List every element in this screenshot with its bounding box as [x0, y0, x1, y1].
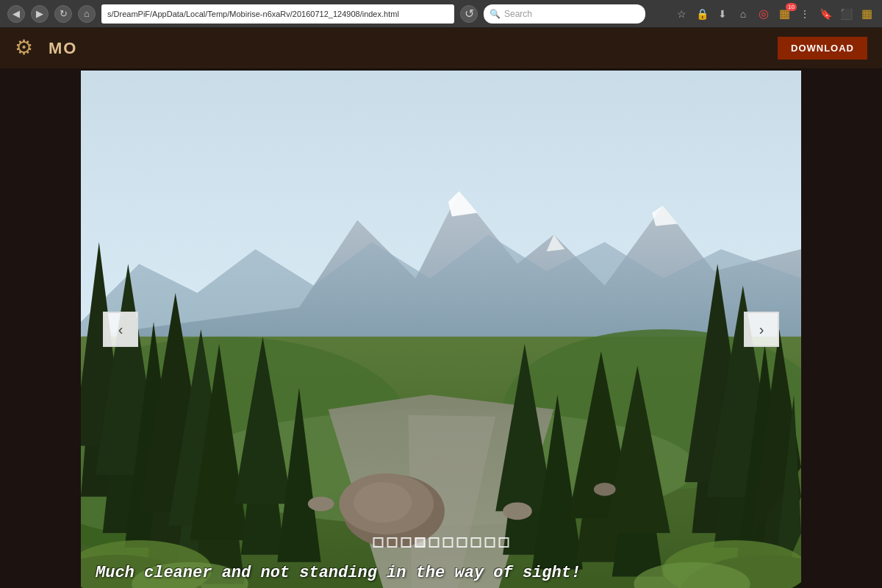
reload-button[interactable]: ↺	[460, 5, 478, 23]
browser-address-bar: ◀ ▶ ↻ ⌂ s/DreamPiF/AppData/Local/Temp/Mo…	[0, 0, 882, 28]
prev-icon: ‹	[118, 321, 123, 338]
search-placeholder-text: Search	[504, 9, 532, 19]
home-button[interactable]: ⌂	[78, 5, 96, 23]
dot-3[interactable]	[401, 537, 412, 548]
menu-icon[interactable]: ⋮	[797, 6, 813, 22]
search-field[interactable]: 🔍 Search	[484, 4, 645, 24]
slide-caption: Much cleaner and not standing in the way…	[96, 564, 786, 582]
app-gear-icon: ⚙	[15, 35, 41, 62]
extensions-icon[interactable]: ⌂	[735, 6, 751, 22]
app-logo: ⚙ MO	[15, 35, 77, 62]
slide-image	[81, 71, 801, 588]
dot-4[interactable]	[415, 537, 426, 548]
svg-point-53	[594, 483, 616, 496]
app-title: MO	[49, 39, 77, 58]
sidebar-icon[interactable]: ▦	[858, 6, 875, 22]
notifications-icon[interactable]: ▦	[776, 6, 792, 22]
dot-9[interactable]	[485, 537, 495, 548]
carousel-prev-button[interactable]: ‹	[103, 312, 138, 347]
carousel-dots	[373, 537, 509, 548]
svg-point-52	[503, 503, 532, 520]
app-header: ⚙ MO DOWNLOAD	[0, 28, 882, 68]
dot-7[interactable]	[457, 537, 467, 548]
extension2-icon[interactable]: ⬛	[838, 6, 854, 22]
address-field[interactable]: s/DreamPiF/AppData/Local/Temp/Mobirise-n…	[101, 4, 454, 24]
svg-point-16	[354, 482, 412, 523]
back-button[interactable]: ◀	[7, 5, 25, 23]
dot-1[interactable]	[373, 537, 384, 548]
dot-8[interactable]	[471, 537, 481, 548]
bookmark-list-icon[interactable]: 🔖	[817, 6, 833, 22]
search-glass-icon: 🔍	[490, 9, 501, 19]
forward-button[interactable]: ▶	[31, 5, 49, 23]
toolbar-icons: ☆ 🔒 ⬇ ⌂ ◎ ▦ ⋮ 🔖 ⬛ ▦	[673, 6, 875, 22]
star-icon[interactable]: ☆	[673, 6, 689, 22]
svg-point-54	[308, 497, 334, 512]
refresh-button[interactable]: ↻	[54, 5, 72, 23]
download-button[interactable]: DOWNLOAD	[778, 37, 867, 60]
slideshow-window: ‹ › Much cleaner and not standing in the…	[81, 71, 801, 588]
download-icon[interactable]: ⬇	[714, 6, 731, 22]
carousel-next-button[interactable]: ›	[744, 312, 779, 347]
lock-icon[interactable]: 🔒	[694, 6, 710, 22]
dot-6[interactable]	[443, 537, 453, 548]
app-container: ⚙ MO DOWNLOAD	[0, 28, 882, 588]
address-text: s/DreamPiF/AppData/Local/Temp/Mobirise-n…	[107, 10, 399, 18]
next-icon: ›	[759, 321, 764, 338]
dot-2[interactable]	[387, 537, 398, 548]
dot-5[interactable]	[429, 537, 440, 548]
dot-10[interactable]	[499, 537, 509, 548]
opera-icon[interactable]: ◎	[756, 6, 772, 22]
